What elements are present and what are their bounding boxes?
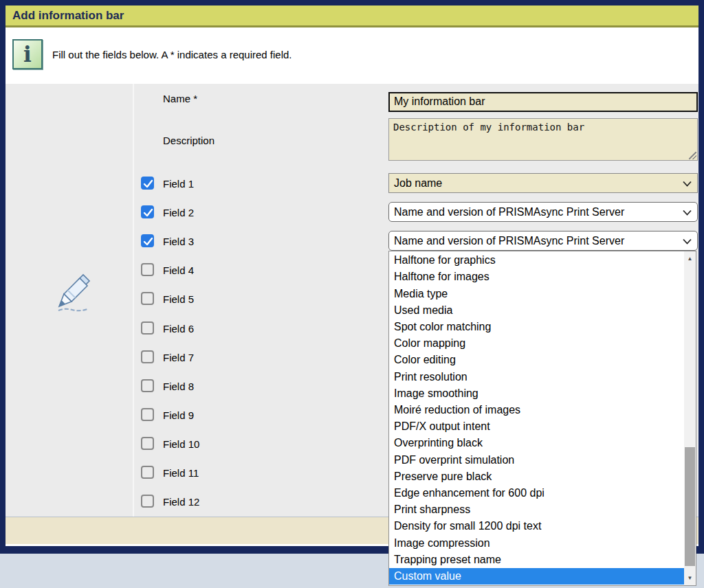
title-bar: Add information bar xyxy=(6,5,698,27)
field-11-checkbox[interactable] xyxy=(141,466,154,479)
dropdown-option[interactable]: Spot color matching xyxy=(389,319,684,335)
field-1-checkbox[interactable] xyxy=(141,177,154,190)
description-textarea[interactable]: Description of my information bar xyxy=(388,118,698,161)
info-section: i Fill out the fields below. A * indicat… xyxy=(6,27,698,84)
dropdown-option[interactable]: Edge enhancement for 600 dpi xyxy=(389,485,684,501)
field-4-checkbox[interactable] xyxy=(141,263,154,276)
field-1-label: Field 1 xyxy=(163,178,194,190)
dropdown-option[interactable]: Print resolution xyxy=(389,368,684,385)
field-3-select[interactable]: Name and version of PRISMAsync Print Ser… xyxy=(388,231,698,251)
name-input[interactable]: My information bar xyxy=(388,92,698,112)
field-9-label: Field 9 xyxy=(163,409,194,421)
pencil-icon xyxy=(52,271,95,316)
dropdown-option[interactable]: Print sharpness xyxy=(389,501,684,518)
dropdown-option[interactable]: Image compression xyxy=(389,534,684,551)
scrollbar-thumb[interactable] xyxy=(685,447,695,566)
info-icon: i xyxy=(12,39,43,69)
resize-handle-icon[interactable] xyxy=(689,152,696,159)
dropdown-option[interactable]: PDF/X output intent xyxy=(389,418,684,435)
dropdown-option[interactable]: Moiré reduction of images xyxy=(389,402,684,418)
dropdown-scrollbar[interactable]: ▲ ▼ xyxy=(684,251,696,585)
field-5-checkbox[interactable] xyxy=(141,292,154,305)
left-icon-panel xyxy=(6,84,134,517)
field-10-label: Field 10 xyxy=(163,438,199,450)
dropdown-option[interactable]: Media type xyxy=(389,285,684,302)
field-3-label: Field 3 xyxy=(163,236,194,247)
dropdown-options: Halftone for graphicsHalftone for images… xyxy=(389,252,684,585)
dropdown-option[interactable]: Halftone for graphics xyxy=(389,252,684,269)
field-5-label: Field 5 xyxy=(163,293,194,305)
dropdown-option[interactable]: Preserve pure black xyxy=(389,468,684,485)
field-7-checkbox[interactable] xyxy=(141,350,154,363)
dropdown-option[interactable]: Color mapping xyxy=(389,335,684,352)
chevron-down-icon xyxy=(683,238,692,245)
field-6-label: Field 6 xyxy=(163,323,194,335)
field-1-select[interactable]: Job name xyxy=(388,173,698,193)
chevron-down-icon xyxy=(683,210,692,216)
field-8-label: Field 8 xyxy=(163,381,194,392)
field-12-checkbox[interactable] xyxy=(141,495,154,508)
dropdown-option[interactable]: Used media xyxy=(389,302,684,319)
page-background: Add information bar i Fill out the field… xyxy=(0,0,704,588)
name-label: Name * xyxy=(163,93,197,104)
dropdown-option[interactable]: Overprinting black xyxy=(389,435,684,451)
field-2-label: Field 2 xyxy=(163,207,194,218)
dropdown-list: Halftone for graphicsHalftone for images… xyxy=(388,251,696,586)
field-12-label: Field 12 xyxy=(163,496,199,508)
field-2-checkbox[interactable] xyxy=(141,205,154,218)
field-3-checkbox[interactable] xyxy=(141,234,154,247)
page-title: Add information bar xyxy=(12,5,124,25)
field-10-checkbox[interactable] xyxy=(141,437,154,450)
dropdown-option[interactable]: Halftone for images xyxy=(389,269,684,285)
field-4-label: Field 4 xyxy=(163,264,194,276)
dropdown-option[interactable]: Density for small 1200 dpi text xyxy=(389,518,684,534)
field-11-label: Field 11 xyxy=(163,467,199,479)
info-message: Fill out the fields below. A * indicates… xyxy=(52,49,292,60)
description-label: Description xyxy=(163,135,214,146)
field-9-checkbox[interactable] xyxy=(141,408,154,421)
scroll-down-icon[interactable]: ▼ xyxy=(684,572,696,584)
chevron-down-icon xyxy=(683,181,692,187)
field-2-select[interactable]: Name and version of PRISMAsync Print Ser… xyxy=(388,202,698,222)
dropdown-option[interactable]: Trapping preset name xyxy=(389,552,684,568)
field-7-label: Field 7 xyxy=(163,352,194,363)
dropdown-option[interactable]: PDF overprint simulation xyxy=(389,451,684,468)
scroll-up-icon[interactable]: ▲ xyxy=(684,253,696,264)
field-6-checkbox[interactable] xyxy=(141,321,154,335)
dropdown-option[interactable]: Color editing xyxy=(389,352,684,368)
field-8-checkbox[interactable] xyxy=(141,379,154,392)
dropdown-option[interactable]: Image smoothing xyxy=(389,385,684,402)
dropdown-option[interactable]: Custom value xyxy=(389,568,684,585)
